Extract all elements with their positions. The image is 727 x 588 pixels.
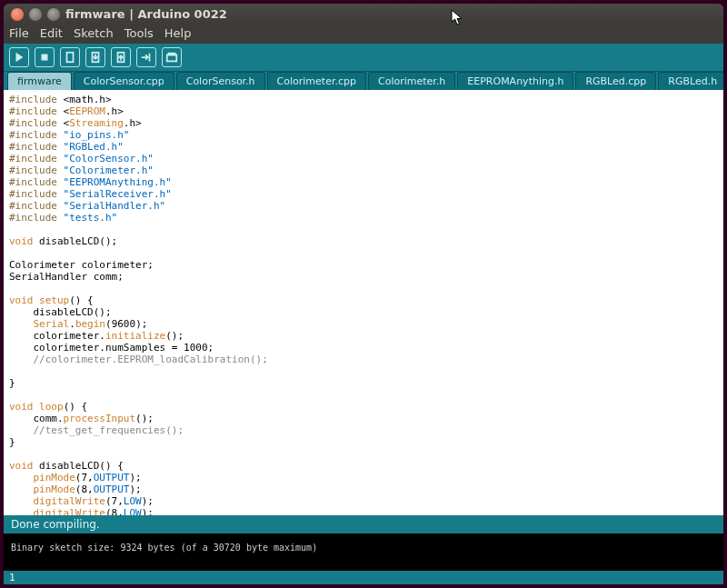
- code-editor[interactable]: #include <math.h> #include <EEPROM.h> #i…: [4, 90, 723, 515]
- upload-icon[interactable]: [136, 47, 156, 67]
- serial-icon[interactable]: [162, 47, 182, 67]
- line-number: 1: [9, 572, 15, 583]
- svg-rect-5: [167, 55, 177, 61]
- toolbar: [4, 44, 723, 71]
- menu-sketch[interactable]: Sketch: [74, 26, 114, 40]
- tab-rgbled-h[interactable]: RGBLed.h: [658, 72, 723, 90]
- svg-rect-6: [169, 54, 175, 55]
- menu-file[interactable]: File: [9, 26, 29, 40]
- menu-edit[interactable]: Edit: [40, 26, 63, 40]
- window-title: firmware | Arduino 0022: [65, 7, 227, 21]
- tab-eepromanything-h[interactable]: EEPROMAnything.h: [457, 72, 573, 90]
- menu-help[interactable]: Help: [164, 26, 192, 40]
- maximize-icon[interactable]: [47, 8, 60, 21]
- tab-colorsensor-h[interactable]: ColorSensor.h: [176, 72, 265, 90]
- close-icon[interactable]: [11, 8, 24, 21]
- status-bar: Done compiling.: [4, 515, 723, 533]
- tab-colorimeter-cpp[interactable]: Colorimeter.cpp: [267, 72, 366, 90]
- console-output[interactable]: Binary sketch size: 9324 bytes (of a 307…: [4, 533, 723, 571]
- save-icon[interactable]: [111, 47, 131, 67]
- tab-rgbled-cpp[interactable]: RGBLed.cpp: [575, 72, 656, 90]
- tab-colorimeter-h[interactable]: Colorimeter.h: [368, 72, 455, 90]
- titlebar[interactable]: firmware | Arduino 0022: [4, 4, 723, 25]
- tab-firmware[interactable]: firmware: [7, 72, 72, 90]
- new-icon[interactable]: [60, 47, 80, 67]
- svg-marker-0: [16, 53, 24, 63]
- code-content: #include <math.h> #include <EEPROM.h> #i…: [4, 90, 723, 515]
- open-icon[interactable]: [85, 47, 105, 67]
- stop-icon[interactable]: [35, 47, 55, 67]
- tabbar: firmwareColorSensor.cppColorSensor.hColo…: [4, 71, 723, 90]
- status-text: Done compiling.: [11, 518, 100, 531]
- app-window: firmware | Arduino 0022 File Edit Sketch…: [4, 4, 723, 584]
- footer-line: 1: [4, 571, 723, 584]
- tab-colorsensor-cpp[interactable]: ColorSensor.cpp: [74, 72, 174, 90]
- svg-rect-2: [67, 53, 74, 63]
- menu-tools[interactable]: Tools: [124, 26, 154, 40]
- menubar: File Edit Sketch Tools Help: [4, 25, 723, 44]
- minimize-icon[interactable]: [29, 8, 42, 21]
- svg-rect-1: [42, 55, 48, 61]
- run-icon[interactable]: [9, 47, 29, 67]
